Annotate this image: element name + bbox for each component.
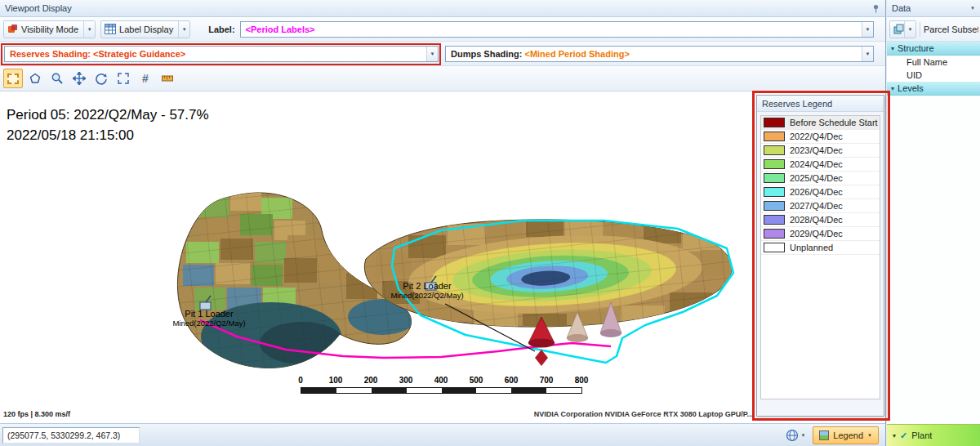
legend-row[interactable]: 2024/Q4/Dec [761, 158, 880, 172]
label-display-icon [105, 24, 116, 34]
scale-tick: 800 [575, 376, 589, 385]
legend-row[interactable]: 2023/Q4/Dec [761, 144, 880, 158]
pit2-label: Pit 2 Loader Mined(2022/Q2/May) [366, 281, 488, 300]
legend-swatch [764, 145, 785, 155]
data-panel-menu-arrow[interactable]: ▼ [970, 6, 975, 11]
dumps-shading-value: <Mined Period Shading> [524, 49, 629, 59]
scale-tick: 300 [399, 376, 413, 385]
dumps-shading-dropdown-arrow[interactable]: ▼ [862, 47, 873, 61]
zoom-icon [51, 72, 64, 85]
tree-section-structure[interactable]: ▾ Structure [887, 42, 980, 56]
label-caption: Label: [208, 25, 234, 34]
legend-swatch [764, 201, 785, 211]
reserves-legend-header: Reserves Legend [757, 96, 884, 112]
viewport-3d-canvas[interactable]: Period 05: 2022/Q2/May - 57.7% 2022/05/1… [0, 91, 885, 423]
data-layers-dropdown-arrow[interactable]: ▼ [904, 21, 915, 38]
legend-row[interactable]: 2022/Q4/Dec [761, 130, 880, 144]
layers-icon [893, 24, 904, 34]
pit2-subtitle: Mined(2022/Q2/May) [366, 291, 488, 300]
view-orientation-dropdown-arrow[interactable]: ▼ [800, 433, 805, 438]
reserves-shading-caption: Reserves Shading: [10, 49, 91, 59]
data-panel-title: Data [892, 3, 911, 13]
reserves-shading-text: Reserves Shading: <Strategic Guidance> [5, 49, 426, 59]
legend-label: 2028/Q4/Dec [790, 215, 843, 225]
pit2-title: Pit 2 Loader [366, 281, 488, 291]
datetime-line: 2022/05/18 21:15:00 [7, 125, 209, 145]
scale-bar: 0 100 200 300 400 500 600 700 800 [301, 376, 583, 395]
legend-label: Unplanned [790, 243, 833, 252]
tree-item-uid-label: UID [906, 70, 922, 80]
toolbar-separator [920, 22, 920, 37]
legend-label: 2022/Q4/Dec [790, 132, 843, 141]
data-layers-button[interactable]: ▼ [889, 20, 916, 38]
fit-view-icon [117, 72, 130, 85]
label-combo[interactable]: <Period Labels> ▼ [240, 21, 874, 38]
rotate-button[interactable] [91, 69, 111, 88]
label-combo-dropdown-arrow[interactable]: ▼ [862, 22, 873, 37]
select-marquee-button[interactable] [3, 69, 23, 88]
shading-toolbar-row: Reserves Shading: <Strategic Guidance> ▼… [0, 42, 885, 66]
legend-row[interactable]: 2027/Q4/Dec [761, 199, 880, 213]
pit1-subtitle: Mined(2022/Q2/May) [148, 319, 270, 328]
reserves-shading-dropdown-arrow[interactable]: ▼ [426, 47, 438, 61]
legend-row[interactable]: 2028/Q4/Dec [761, 213, 880, 227]
legend-swatch [764, 159, 785, 169]
legend-swatch [764, 229, 785, 239]
reserves-shading-combo[interactable]: Reserves Shading: <Strategic Guidance> ▼ [4, 46, 439, 62]
pin-icon[interactable] [871, 4, 880, 13]
label-display-dropdown-arrow[interactable]: ▼ [178, 21, 189, 38]
legend-row[interactable]: Before Schedule Start [761, 116, 880, 130]
reserves-legend-list: Before Schedule Start 2022/Q4/Dec 2023/Q… [760, 115, 880, 399]
dumps-shading-text: Dumps Shading: <Mined Period Shading> [446, 49, 862, 59]
tree-item-full-name[interactable]: Full Name [887, 56, 980, 69]
visibility-mode-button[interactable]: Visibility Mode ▼ [3, 20, 96, 38]
scale-bar-segments [301, 387, 582, 394]
fence-select-icon [29, 72, 42, 85]
legend-button-label: Legend [833, 430, 863, 440]
label-display-button[interactable]: Label Display ▼ [100, 20, 190, 38]
period-line: Period 05: 2022/Q2/May - 57.7% [7, 105, 209, 125]
legend-label: 2027/Q4/Dec [790, 201, 843, 211]
viewport-panel-header: Viewport Display [0, 0, 885, 17]
zoom-button[interactable] [47, 69, 67, 88]
legend-label: 2024/Q4/Dec [790, 159, 843, 169]
legend-swatch [764, 187, 785, 197]
legend-toggle-button[interactable]: Legend ▼ [813, 426, 879, 444]
visibility-mode-label: Visibility Mode [18, 25, 83, 34]
legend-swatch [764, 118, 785, 127]
display-toolbar-row: Visibility Mode ▼ Label Display ▼ Label:… [0, 17, 885, 42]
tree-section-levels-label: Levels [898, 83, 924, 93]
parcel-subset-combo[interactable]: Parcel Subset [924, 25, 978, 34]
legend-label: 2026/Q4/Dec [790, 187, 843, 197]
tree-section-levels[interactable]: ▾ Levels [887, 82, 980, 96]
legend-swatch [764, 132, 785, 141]
visibility-mode-icon [7, 24, 18, 34]
view-orientation-button[interactable]: ▼ [783, 427, 808, 444]
fit-view-button[interactable] [114, 69, 133, 88]
tree-item-uid[interactable]: UID [887, 69, 980, 82]
pan-button[interactable] [69, 69, 89, 88]
scale-tick: 400 [434, 376, 448, 385]
legend-button-dropdown-arrow[interactable]: ▼ [867, 433, 872, 438]
measure-button[interactable] [158, 69, 177, 88]
dumps-shading-combo[interactable]: Dumps Shading: <Mined Period Shading> ▼ [445, 46, 874, 62]
gpu-info: NVIDIA Corporation NVIDIA GeForce RTX 30… [534, 410, 753, 418]
legend-row[interactable]: 2026/Q4/Dec [761, 185, 880, 199]
level-item-plant[interactable]: ▾ ✓ Plant [887, 424, 980, 446]
rotate-icon [95, 72, 108, 85]
fence-select-button[interactable] [25, 69, 45, 88]
visibility-mode-dropdown-arrow[interactable]: ▼ [83, 21, 95, 38]
reserves-legend-title: Reserves Legend [762, 99, 832, 109]
legend-row[interactable]: Unplanned [761, 241, 880, 255]
chevron-down-icon: ▾ [891, 45, 894, 52]
period-overlay: Period 05: 2022/Q2/May - 57.7% 2022/05/1… [7, 105, 209, 145]
label-combo-value: <Period Labels> [241, 25, 862, 34]
viewport-panel-title: Viewport Display [5, 3, 72, 13]
legend-row[interactable]: 2025/Q4/Dec [761, 172, 880, 185]
grid-toggle-button[interactable]: # [136, 69, 155, 88]
reserves-legend-panel: Reserves Legend Before Schedule Start 20… [756, 95, 884, 417]
data-panel-toolbar: ▼ Parcel Subset [887, 17, 980, 42]
legend-row[interactable]: 2029/Q4/Dec [761, 227, 880, 241]
label-display-label: Label Display [116, 25, 178, 34]
data-panel-header: Data ▼ [887, 0, 980, 17]
